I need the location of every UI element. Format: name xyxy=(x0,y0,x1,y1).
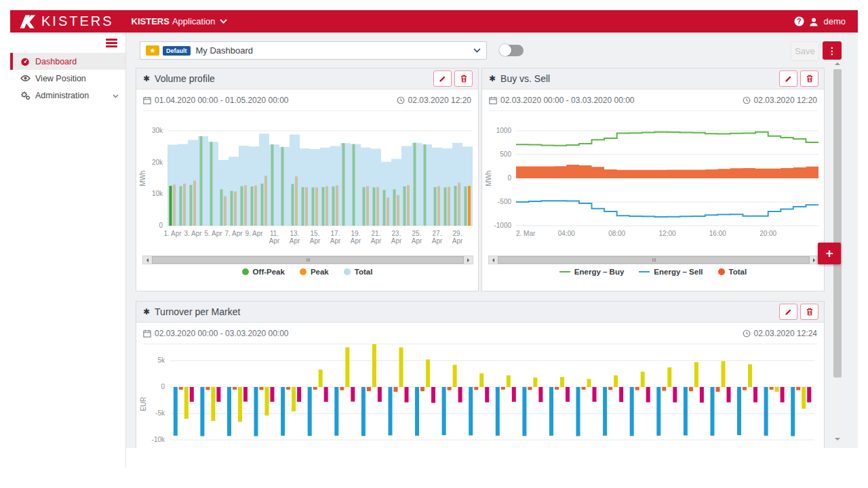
application-menu-label: Application xyxy=(172,16,216,26)
legend-swatch-icon xyxy=(300,268,307,275)
edit-panel-button[interactable] xyxy=(433,70,452,87)
legend-swatch-icon xyxy=(639,271,650,272)
svg-text:0: 0 xyxy=(159,222,163,229)
clock-icon xyxy=(743,329,751,338)
kebab-icon: ⋮ xyxy=(827,45,837,56)
panel-title: Turnover per Market xyxy=(155,306,779,317)
legend-item[interactable]: Off-Peak xyxy=(242,268,285,276)
trash-icon xyxy=(806,75,813,83)
svg-text:500: 500 xyxy=(500,150,511,158)
legend-swatch-icon xyxy=(242,268,249,275)
panel-date-row: 01.04.2020 00:00 - 01.05.2020 00:00 02.0… xyxy=(143,89,471,111)
svg-text:1. Apr: 1. Apr xyxy=(163,230,182,237)
legend-item[interactable]: Energy – Sell xyxy=(639,268,703,276)
dashboard-select[interactable]: ★ Default My Dashboard xyxy=(140,41,487,60)
svg-text:-10k: -10k xyxy=(152,436,165,443)
toggle-knob xyxy=(499,44,511,56)
legend-swatch-icon xyxy=(344,268,351,275)
add-panel-button[interactable]: + xyxy=(818,243,841,264)
svg-text:17.Apr: 17.Apr xyxy=(330,230,341,245)
chart-legend: Off-PeakPeakTotal xyxy=(136,268,478,276)
scrollbar-thumb[interactable] xyxy=(498,256,810,264)
panel-turnover-per-market: ✱ Turnover per Market 02.03.2020 00:00 -… xyxy=(136,301,825,448)
scroll-left-arrow[interactable] xyxy=(143,256,152,264)
svg-text:-5k: -5k xyxy=(155,409,165,417)
chart-h-scrollbar[interactable] xyxy=(488,256,819,264)
edit-panel-button[interactable] xyxy=(779,304,797,320)
sidebar-item-view-position[interactable]: View Position xyxy=(10,70,125,87)
chart-h-scrollbar[interactable] xyxy=(142,256,473,264)
svg-text:21.Apr: 21.Apr xyxy=(371,230,382,245)
panel-header: ✱ Volume profile xyxy=(136,68,478,89)
sidebar-nav: Dashboard View Position xyxy=(10,53,125,104)
scrollbar-thumb[interactable] xyxy=(833,69,842,378)
svg-text:13.Apr: 13.Apr xyxy=(290,230,300,245)
trash-icon xyxy=(806,308,813,316)
username[interactable]: demo xyxy=(823,16,846,26)
calendar-icon xyxy=(489,96,497,104)
scroll-left-arrow[interactable] xyxy=(489,256,498,264)
svg-text:0: 0 xyxy=(507,174,511,182)
svg-text:27.Apr: 27.Apr xyxy=(432,230,443,245)
svg-text:11.Apr: 11.Apr xyxy=(269,230,280,245)
legend-item[interactable]: Total xyxy=(344,268,373,276)
pencil-icon xyxy=(439,75,446,83)
panel-header: ✱ Buy vs. Sell xyxy=(482,68,824,89)
scroll-down-arrow[interactable] xyxy=(833,435,842,443)
user-icon[interactable] xyxy=(809,17,818,26)
delete-panel-button[interactable] xyxy=(800,304,818,320)
svg-text:23.Apr: 23.Apr xyxy=(391,230,402,245)
legend-item[interactable]: Total xyxy=(718,268,747,276)
clock-icon xyxy=(397,96,405,104)
legend-item[interactable]: Peak xyxy=(300,268,329,276)
delete-panel-button[interactable] xyxy=(454,70,473,87)
dashboard-select-value: My Dashboard xyxy=(196,45,473,56)
edit-mode-toggle[interactable] xyxy=(499,45,524,56)
more-options-button[interactable]: ⋮ xyxy=(823,41,842,60)
top-bar: KISTERS KISTERS Application ? demo xyxy=(10,10,858,33)
scrollbar-thumb[interactable] xyxy=(152,256,464,264)
save-button[interactable]: Save xyxy=(791,41,819,61)
brand-logo-text: KISTERS xyxy=(41,14,114,29)
svg-text:20k: 20k xyxy=(152,159,163,166)
application-menu[interactable]: KISTERS Application xyxy=(132,16,227,26)
scroll-up-arrow[interactable] xyxy=(833,60,842,68)
legend-label: Off-Peak xyxy=(253,268,285,276)
delete-panel-button[interactable] xyxy=(800,70,818,87)
svg-text:30k: 30k xyxy=(152,127,163,134)
application-menu-brand: KISTERS xyxy=(132,16,170,26)
svg-text:9. Apr: 9. Apr xyxy=(245,230,263,237)
scroll-right-arrow[interactable] xyxy=(464,256,473,264)
edit-panel-button[interactable] xyxy=(779,70,797,87)
topbar-user-area: ? demo xyxy=(794,16,846,26)
date-range[interactable]: 02.03.2020 00:00 - 03.03.2020 00:00 xyxy=(489,96,635,105)
legend-item[interactable]: Energy – Buy xyxy=(559,268,625,276)
panel-date-row: 02.03.2020 00:00 - 03.03.2020 00:00 02.0… xyxy=(489,89,817,111)
pencil-icon xyxy=(785,308,792,316)
svg-text:20:00: 20:00 xyxy=(760,230,776,237)
chevron-down-icon xyxy=(113,91,119,100)
chevron-down-icon xyxy=(473,48,481,53)
dashboard-main: ★ Default My Dashboard Save ⋮ ✱ Volume p… xyxy=(126,33,858,448)
help-icon[interactable]: ? xyxy=(794,16,804,26)
date-range[interactable]: 01.04.2020 00:00 - 01.05.2020 00:00 xyxy=(143,96,289,105)
date-range[interactable]: 02.03.2020 00:00 - 03.03.2020 00:00 xyxy=(143,329,289,338)
sidebar-item-label: Administration xyxy=(35,91,89,100)
svg-text:5k: 5k xyxy=(157,357,165,364)
calendar-icon xyxy=(143,329,151,338)
panel-buy-vs-sell: ✱ Buy vs. Sell 02.03.2020 00:00 - 03.03.… xyxy=(481,68,825,291)
panel-header: ✱ Turnover per Market xyxy=(136,302,824,323)
calendar-icon xyxy=(143,96,151,104)
eye-icon xyxy=(20,75,31,82)
chart-legend: Energy – BuyEnergy – SellTotal xyxy=(482,268,824,276)
buy-vs-sell-chart: -1000-50005001000MWh2. Mar04:0008:0012:0… xyxy=(482,112,825,251)
sidebar-collapse-icon[interactable] xyxy=(106,39,117,47)
pinned-asterisk-icon: ✱ xyxy=(143,74,150,83)
last-updated: 02.03.2020 12:20 xyxy=(743,96,817,105)
last-updated: 02.03.2020 12:24 xyxy=(743,329,817,338)
svg-text:?: ? xyxy=(797,18,802,25)
sidebar-item-dashboard[interactable]: Dashboard xyxy=(10,53,125,70)
sidebar-item-label: Dashboard xyxy=(35,57,77,66)
sidebar-item-administration[interactable]: Administration xyxy=(10,87,125,104)
pinned-asterisk-icon: ✱ xyxy=(489,74,496,83)
